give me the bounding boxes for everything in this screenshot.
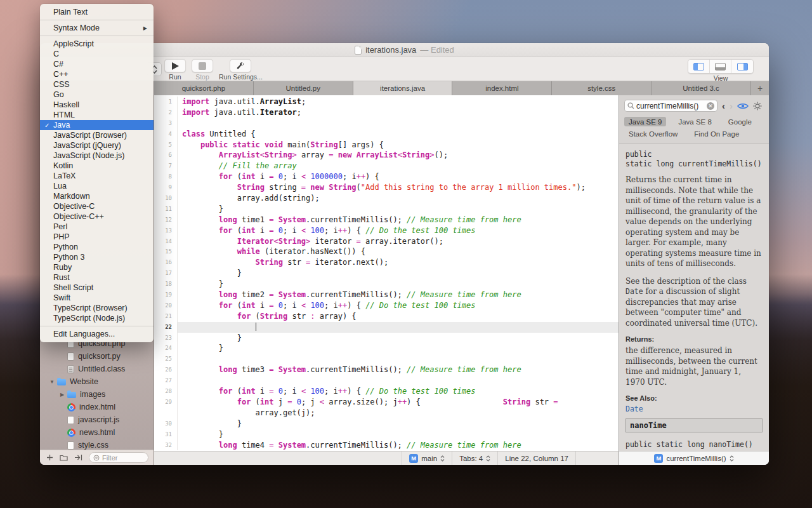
run-settings-button[interactable]: Run Settings... [219, 59, 263, 81]
code-line-25[interactable]: 25 [154, 354, 619, 364]
file-item-quicksort-py[interactable]: quicksort.py [40, 350, 154, 363]
code-line-32[interactable]: 32 long time4 = System.currentTimeMillis… [154, 440, 619, 451]
menu-item-syntax-mode[interactable]: Syntax Mode▶ [40, 23, 154, 33]
code-line-15[interactable]: 15 while (iterator.hasNext()) { [154, 246, 619, 257]
docs-search-input[interactable]: currentTimeMillis() ✕ [624, 100, 717, 112]
import-file-button[interactable] [74, 454, 82, 461]
file-item-images[interactable]: ▶images [40, 388, 154, 401]
git-branch-selector[interactable]: M main [402, 451, 452, 465]
menu-item-perl[interactable]: Perl [40, 222, 154, 232]
code-line-4[interactable]: 4class Untitled { [154, 129, 619, 140]
code-line-22[interactable]: 22 [154, 322, 619, 333]
code-editor[interactable]: 1import java.util.ArrayList;2import java… [154, 95, 619, 451]
code-line-7[interactable]: 7 // Fill the array [154, 161, 619, 171]
docs-source-find-on-page[interactable]: Find On Page [690, 129, 743, 138]
tab-index-html[interactable]: index.html [452, 81, 552, 95]
docs-source-stack-overflow[interactable]: Stack Overflow [624, 129, 682, 138]
forward-button[interactable]: › [730, 101, 733, 110]
filter-input[interactable]: Filter [89, 452, 148, 463]
clear-search-icon[interactable]: ✕ [707, 102, 714, 110]
menu-item-lua[interactable]: Lua [40, 181, 154, 191]
file-item-index-html[interactable]: index.html [40, 401, 154, 413]
code-line-18[interactable]: 18 } [154, 279, 619, 290]
new-tab-button[interactable]: + [751, 81, 769, 95]
file-item-untitled-class[interactable]: Untitled.class [40, 363, 154, 375]
tab-style-css[interactable]: style.css [552, 81, 652, 95]
code-line-6[interactable]: 6 ArrayList<String> array = new ArrayLis… [154, 150, 619, 161]
add-file-button[interactable] [46, 454, 53, 461]
gear-icon[interactable] [753, 102, 762, 110]
tab-untitled-3-c[interactable]: Untitled 3.c [652, 81, 751, 95]
code-line-5[interactable]: 5 public static void main(String[] args)… [154, 140, 619, 150]
eye-icon[interactable] [737, 102, 749, 110]
code-line-wrap[interactable]: array.get(j); [154, 408, 619, 418]
menu-item-javascript-browser[interactable]: JavaScript (Browser) [40, 130, 154, 140]
menu-item-c[interactable]: C# [40, 59, 154, 69]
code-line-19[interactable]: 19 long time2 = System.currentTimeMillis… [154, 290, 619, 300]
code-line-8[interactable]: 8 for (int i = 0; i < 1000000; i++) { [154, 171, 619, 182]
tab-width-selector[interactable]: Tabs: 4 [452, 451, 497, 465]
code-line-2[interactable]: 2import java.util.Iterator; [154, 107, 619, 118]
menu-item-markdown[interactable]: Markdown [40, 191, 154, 201]
docs-source-java-se-9[interactable]: Java SE 9 [624, 117, 666, 126]
view-bottom-panel-button[interactable] [710, 60, 731, 73]
menu-item-typescript-node-js[interactable]: TypeScript (Node.js) [40, 313, 154, 323]
docs-source-java-se-8[interactable]: Java SE 8 [674, 117, 716, 126]
code-line-16[interactable]: 16 String str = iterator.next(); [154, 257, 619, 268]
code-line-29[interactable]: 29 for (int j = 0; j < array.size(); j++… [154, 397, 619, 408]
menu-item-edit-languages[interactable]: Edit Languages... [40, 329, 154, 339]
menu-item-css[interactable]: CSS [40, 79, 154, 90]
code-line-27[interactable]: 27 [154, 375, 619, 386]
view-right-panel-button[interactable] [731, 60, 753, 73]
menu-item-objective-c[interactable]: Objective-C++ [40, 211, 154, 222]
menu-item-plain-text[interactable]: Plain Text [40, 7, 154, 17]
tab-iterations-java[interactable]: iterations.java [353, 81, 453, 95]
menu-item-javascript-node-js[interactable]: JavaScript (Node.js) [40, 150, 154, 161]
menu-item-typescript-browser[interactable]: TypeScript (Browser) [40, 303, 154, 313]
code-line-14[interactable]: 14 Iterator<String> iterator = array.ite… [154, 236, 619, 247]
tab-quicksort-php[interactable]: quicksort.php [154, 81, 254, 95]
code-line-1[interactable]: 1import java.util.ArrayList; [154, 97, 619, 107]
docs-source-google[interactable]: Google [724, 117, 756, 126]
menu-item-haskell[interactable]: Haskell [40, 100, 154, 110]
symbol-navigator[interactable]: M currentTimeMillis() [619, 451, 769, 465]
menu-item-python-3[interactable]: Python 3 [40, 252, 154, 262]
menu-item-php[interactable]: PHP [40, 232, 154, 242]
menu-item-swift[interactable]: Swift [40, 293, 154, 303]
menu-item-c[interactable]: C++ [40, 69, 154, 79]
stop-button[interactable]: Stop [192, 59, 213, 81]
menu-item-ruby[interactable]: Ruby [40, 262, 154, 272]
file-item-website[interactable]: ▼Website [40, 375, 154, 388]
menu-item-html[interactable]: HTML [40, 110, 154, 120]
file-item-javascript-js[interactable]: javascript.js [40, 413, 154, 426]
menu-item-shell-script[interactable]: Shell Script [40, 283, 154, 293]
menu-item-kotlin[interactable]: Kotlin [40, 161, 154, 171]
code-line-28[interactable]: 28 for (int i = 0; i < 100; i++) { // Do… [154, 386, 619, 397]
menu-item-objective-c[interactable]: Objective-C [40, 201, 154, 211]
menu-item-java[interactable]: ✓Java [40, 120, 154, 130]
docs-content[interactable]: public static long currentTimeMillis() R… [619, 144, 769, 451]
tab-untitled-py[interactable]: Untitled.py [254, 81, 353, 95]
menu-item-python[interactable]: Python [40, 242, 154, 252]
menu-item-javascript-jquery[interactable]: JavaScript (jQuery) [40, 140, 154, 150]
code-line-31[interactable]: 31 } [154, 429, 619, 440]
code-line-12[interactable]: 12 long time1 = System.currentTimeMillis… [154, 215, 619, 225]
menu-item-go[interactable]: Go [40, 90, 154, 100]
code-line-9[interactable]: 9 String string = new String("Add this s… [154, 182, 619, 193]
menu-item-latex[interactable]: LaTeX [40, 171, 154, 181]
code-line-11[interactable]: 11 } [154, 204, 619, 215]
disclosure-triangle-icon[interactable]: ▶ [59, 392, 65, 398]
menu-item-c[interactable]: C [40, 49, 154, 59]
back-button[interactable]: ‹ [722, 101, 725, 110]
disclosure-triangle-icon[interactable]: ▼ [49, 379, 55, 385]
search-result-nanotime[interactable]: nanoTime [625, 418, 763, 432]
date-link[interactable]: Date [625, 404, 763, 413]
file-item-news-html[interactable]: news.html [40, 426, 154, 439]
new-folder-button[interactable] [60, 454, 68, 461]
code-line-23[interactable]: 23 } [154, 333, 619, 344]
menu-item-rust[interactable]: Rust [40, 272, 154, 283]
code-line-17[interactable]: 17 } [154, 268, 619, 279]
code-line-26[interactable]: 26 long time3 = System.currentTimeMillis… [154, 364, 619, 375]
menu-item-applescript[interactable]: AppleScript [40, 39, 154, 49]
code-line-3[interactable]: 3 [154, 118, 619, 129]
